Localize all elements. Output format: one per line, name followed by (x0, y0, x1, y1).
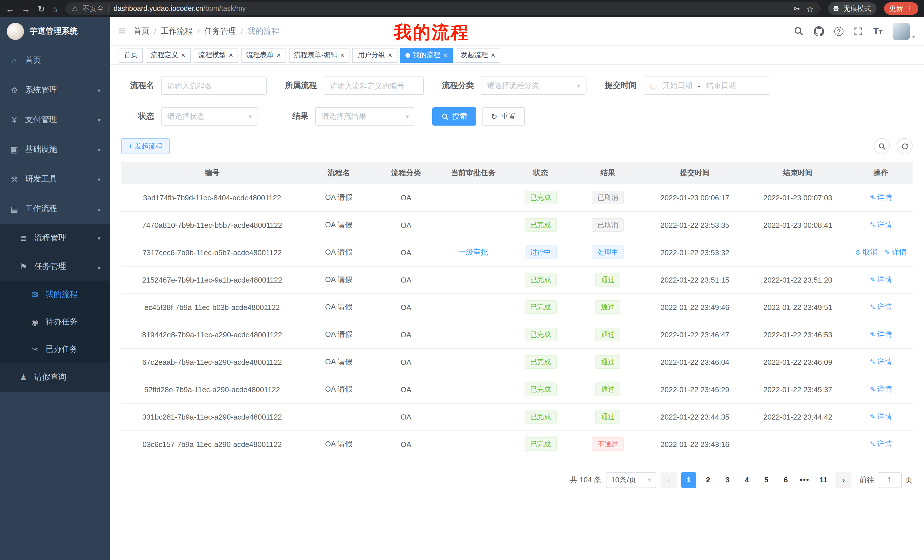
detail-link[interactable]: ✎详情 (870, 357, 892, 367)
table-row: 3ad174fb-7b9d-11ec-8404-acde48001122 OA … (121, 184, 913, 211)
address-bar[interactable]: ⚠ 不安全 dashboard.yudao.iocoder.cn/bpm/tas… (65, 2, 820, 15)
sidebar-item-devtools[interactable]: ⚒ 研发工具 ▾ (0, 165, 110, 194)
result-select[interactable]: 请选择流结果 ▾ (315, 107, 415, 126)
detail-link[interactable]: ✎详情 (870, 192, 892, 203)
end-date-input[interactable]: 结束日期 (706, 81, 736, 91)
search-button[interactable]: 搜索 (432, 107, 476, 126)
close-icon[interactable]: × (340, 51, 345, 59)
page-size-select[interactable]: 10条/页 ▾ (606, 472, 656, 488)
fullscreen-icon[interactable] (854, 27, 863, 36)
breadcrumb-task-mgmt[interactable]: 任务管理 (204, 26, 236, 36)
process-definition-input[interactable] (324, 76, 424, 95)
sidebar-item-system[interactable]: ⚙ 系统管理 ▾ (0, 75, 110, 105)
detail-link[interactable]: ✎详情 (870, 302, 892, 312)
detail-link[interactable]: ✎详情 (884, 247, 907, 258)
pages-ellipsis[interactable]: ••• (798, 476, 812, 484)
tab-process-definition[interactable]: 流程定义 × (146, 48, 190, 63)
start-date-input[interactable]: 开始日期 (663, 81, 692, 91)
table-row: 67c2eaab-7b9a-11ec-a290-acde48001122 OA … (121, 348, 913, 376)
page-button-11[interactable]: 11 (816, 472, 831, 488)
current-task-cell (438, 211, 509, 239)
back-icon[interactable]: ← (6, 4, 14, 13)
bookmark-star-icon[interactable]: ☆ (806, 4, 814, 13)
github-icon[interactable] (814, 26, 824, 36)
sidebar-item-process-mgmt[interactable]: ≣ 流程管理 ▾ (0, 224, 110, 252)
font-size-icon[interactable]: TT (873, 26, 883, 36)
status-badge: 已完成 (525, 328, 556, 341)
next-page-button[interactable]: › (836, 472, 852, 488)
security-label[interactable]: 不安全 (82, 4, 104, 13)
total-count: 共 104 条 (570, 475, 602, 485)
breadcrumb-workflow[interactable]: 工作流程 (161, 26, 193, 36)
detail-link[interactable]: ✎详情 (870, 275, 892, 285)
process-name: OA 请假 (303, 321, 374, 348)
start-process-button[interactable]: + 发起流程 (121, 138, 170, 154)
breadcrumb-home[interactable]: 首页 (134, 26, 149, 36)
sidebar-item-home[interactable]: ⌂ 首页 (0, 46, 110, 75)
help-icon[interactable]: ? (834, 27, 843, 36)
detail-link[interactable]: ✎详情 (870, 439, 892, 449)
user-menu[interactable]: ▾ (893, 22, 915, 40)
tab-start-process[interactable]: 发起流程 × (455, 48, 500, 63)
cancel-link[interactable]: ⊘取消 (855, 247, 878, 258)
close-icon[interactable]: × (443, 51, 447, 59)
menu-label: 请假查询 (34, 372, 66, 382)
status-select[interactable]: 请选择状态 ▾ (161, 107, 258, 126)
current-task-link[interactable]: 一级审批 (458, 247, 488, 258)
sidebar-item-payment[interactable]: ¥ 支付管理 ▾ (0, 105, 110, 135)
process-id: 67c2eaab-7b9a-11ec-a290-acde48001122 (121, 348, 303, 376)
process-name-input[interactable] (161, 76, 267, 95)
tab-process-form[interactable]: 流程表单 × (241, 48, 286, 63)
sidebar-item-workflow[interactable]: ▤ 工作流程 ▴ (0, 194, 110, 224)
search-icon[interactable] (794, 26, 804, 36)
update-button[interactable]: 更新 ⋮ (884, 2, 918, 15)
tab-my-process[interactable]: 我的流程 × (400, 48, 453, 63)
page-button-1[interactable]: 1 (681, 472, 696, 488)
sidebar-item-infrastructure[interactable]: ▣ 基础设施 ▾ (0, 135, 110, 165)
workflow-icon: ▤ (9, 204, 20, 214)
search-icon (878, 142, 885, 150)
close-icon[interactable]: × (491, 51, 495, 59)
refresh-button[interactable] (897, 138, 913, 154)
close-icon[interactable]: × (388, 51, 392, 59)
tab-process-form-edit[interactable]: 流程表单-编辑 × (289, 48, 350, 63)
process-name: OA 请假 (303, 239, 374, 266)
page-button-2[interactable]: 2 (701, 472, 716, 488)
avatar[interactable] (893, 22, 910, 40)
tab-home[interactable]: 首页 (119, 48, 143, 63)
browser-home-icon[interactable]: ⌂ (52, 4, 57, 13)
detail-link[interactable]: ✎详情 (870, 384, 892, 394)
menu-dots-icon[interactable]: ⋮ (906, 4, 913, 13)
reload-icon[interactable]: ↻ (38, 4, 45, 13)
result-badge: 通过 (596, 300, 621, 314)
page-button-6[interactable]: 6 (778, 472, 793, 488)
column-header: 提交时间 (644, 162, 746, 184)
forward-icon[interactable]: → (22, 4, 30, 13)
prev-page-button[interactable]: ‹ (661, 472, 677, 488)
hamburger-icon[interactable]: ≡ (119, 24, 125, 38)
close-icon[interactable]: × (276, 51, 280, 59)
toggle-search-button[interactable] (874, 138, 890, 154)
reset-button[interactable]: ↻ 重置 (482, 107, 525, 126)
detail-link[interactable]: ✎详情 (870, 220, 892, 230)
tab-process-model[interactable]: 流程模型 × (193, 48, 238, 63)
page-button-5[interactable]: 5 (759, 472, 774, 488)
submit-time-range-picker[interactable]: ▦ 开始日期 - 结束日期 (644, 76, 770, 95)
goto-page-input[interactable] (878, 472, 902, 488)
category-select[interactable]: 请选择流程分类 ▾ (481, 76, 586, 95)
close-icon[interactable]: × (181, 51, 185, 59)
close-icon[interactable]: × (229, 51, 233, 59)
sidebar-item-my-process[interactable]: ✉ 我的流程 (0, 281, 110, 308)
sidebar-item-leave-query[interactable]: ♟ 请假查询 (0, 363, 110, 392)
column-header: 操作 (849, 162, 913, 184)
sidebar-item-done-task[interactable]: ✂ 已办任务 (0, 335, 110, 363)
page-button-4[interactable]: 4 (740, 472, 754, 488)
app-logo[interactable]: 芋道管理系统 (0, 17, 110, 46)
sidebar-item-task-mgmt[interactable]: ⚑ 任务管理 ▴ (0, 252, 110, 281)
key-icon[interactable] (792, 4, 800, 13)
detail-link[interactable]: ✎详情 (870, 412, 892, 422)
page-button-3[interactable]: 3 (720, 472, 735, 488)
tab-user-group[interactable]: 用户分组 × (352, 48, 398, 63)
detail-link[interactable]: ✎详情 (870, 329, 892, 340)
sidebar-item-todo-task[interactable]: ◉ 待办任务 (0, 308, 110, 335)
